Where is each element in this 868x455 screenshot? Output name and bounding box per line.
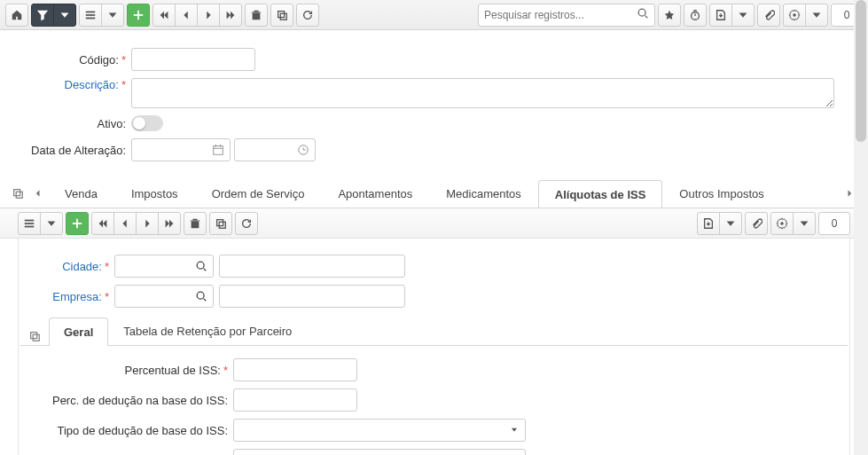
timer-button[interactable]: [684, 4, 707, 27]
sub-refresh-button[interactable]: [235, 212, 258, 235]
copy-tab-button[interactable]: [9, 184, 27, 202]
tab-aliquotas-iss[interactable]: Alíquotas de ISS: [538, 180, 663, 208]
detail-form: Percentual de ISS:* Perc. de dedução na …: [20, 346, 848, 455]
scrollbar-thumb[interactable]: [856, 0, 866, 142]
main-tabbar: Venda Impostos Ordem de Serviço Apontame…: [0, 179, 868, 208]
svg-line-39: [204, 299, 207, 302]
sub-export-button[interactable]: [697, 212, 720, 235]
sub-prev-page-button[interactable]: [113, 212, 137, 235]
delete-button[interactable]: [245, 4, 268, 27]
settings-button[interactable]: [783, 4, 806, 27]
svg-point-35: [780, 222, 784, 225]
descricao-input[interactable]: [131, 78, 834, 108]
svg-rect-30: [192, 221, 199, 228]
first-page-button[interactable]: [152, 4, 176, 27]
filter-dropdown-button[interactable]: [53, 4, 76, 27]
export-dropdown[interactable]: [731, 4, 755, 27]
main-form: Código:* Descrição:* Ativo: Data de Alte…: [0, 30, 868, 174]
cidade-desc[interactable]: [219, 255, 405, 278]
svg-point-38: [197, 292, 204, 299]
duplicate-button[interactable]: [270, 4, 293, 27]
search-box[interactable]: [478, 4, 655, 27]
perc-deducao-input[interactable]: [233, 388, 357, 412]
svg-point-15: [793, 13, 796, 17]
attachment-button[interactable]: [757, 4, 780, 27]
sub-add-button[interactable]: [66, 212, 89, 235]
sub-first-page-button[interactable]: [91, 212, 114, 235]
sub-list-view-dropdown[interactable]: [40, 212, 63, 235]
svg-rect-23: [14, 190, 20, 196]
empresa-desc[interactable]: [219, 285, 405, 308]
vertical-scrollbar[interactable]: [854, 0, 868, 455]
tab-outros-impostos[interactable]: Outros Impostos: [662, 179, 780, 208]
next-page-button[interactable]: [197, 4, 220, 27]
prev-page-button[interactable]: [175, 4, 198, 27]
svg-line-37: [204, 269, 207, 271]
inner-tab-geral[interactable]: Geral: [49, 318, 108, 346]
perc-deducao-label: Perc. de dedução na base do ISS:: [29, 394, 233, 407]
sub-attachment-button[interactable]: [745, 212, 768, 235]
svg-rect-8: [278, 11, 285, 17]
favorite-button[interactable]: [658, 4, 681, 27]
svg-rect-29: [73, 223, 82, 224]
add-button[interactable]: [127, 4, 150, 27]
svg-rect-16: [214, 146, 223, 155]
search-icon: [195, 290, 207, 302]
tab-scroll-left[interactable]: [28, 179, 48, 208]
svg-rect-1: [86, 14, 96, 16]
calendar-icon: [212, 144, 224, 156]
empresa-label: Empresa:*: [20, 290, 114, 303]
svg-rect-2: [86, 17, 96, 19]
svg-rect-6: [254, 10, 258, 12]
settings-dropdown[interactable]: [805, 4, 828, 27]
sub-content: Cidade:* Empresa:* Geral Tabela de Reten…: [18, 239, 850, 455]
sub-settings-button[interactable]: [770, 212, 794, 235]
tipo-deducao-select[interactable]: [233, 419, 526, 442]
cidade-lookup[interactable]: [114, 255, 214, 278]
data-alteracao-date[interactable]: [131, 138, 231, 161]
search-input[interactable]: [484, 9, 637, 21]
inner-tab-tabela-retencao[interactable]: Tabela de Retenção por Parceiro: [108, 317, 307, 345]
sub-toolbar: 0: [0, 208, 868, 239]
top-toolbar: 0: [0, 0, 868, 30]
data-alteracao-time[interactable]: [234, 138, 316, 161]
svg-rect-26: [25, 223, 35, 224]
svg-rect-32: [191, 220, 200, 221]
sub-settings-dropdown[interactable]: [793, 212, 816, 235]
home-button[interactable]: [5, 4, 28, 27]
tab-impostos[interactable]: Impostos: [114, 179, 195, 208]
ativo-label: Ativo:: [21, 117, 131, 130]
tipo-deducao-label: Tipo de dedução de base do ISS:: [29, 424, 233, 437]
sub-duplicate-button[interactable]: [209, 212, 232, 235]
tab-venda[interactable]: Venda: [48, 179, 114, 208]
svg-rect-34: [219, 222, 225, 228]
cod-trib-input[interactable]: [233, 449, 526, 455]
svg-rect-27: [25, 225, 35, 227]
sub-delete-button[interactable]: [184, 212, 207, 235]
perc-iss-input[interactable]: [233, 358, 357, 381]
sub-list-view-button[interactable]: [18, 212, 41, 235]
refresh-button[interactable]: [296, 4, 319, 27]
search-icon: [195, 260, 207, 272]
svg-rect-40: [31, 333, 37, 339]
sub-next-page-button[interactable]: [136, 212, 159, 235]
filter-button[interactable]: [31, 4, 54, 27]
inner-copy-button[interactable]: [26, 327, 43, 345]
empresa-lookup[interactable]: [114, 285, 214, 308]
tab-apontamentos[interactable]: Apontamentos: [321, 179, 429, 208]
last-page-button[interactable]: [219, 4, 242, 27]
list-view-dropdown[interactable]: [101, 4, 124, 27]
export-button[interactable]: [709, 4, 732, 27]
svg-point-36: [197, 262, 204, 269]
ativo-toggle[interactable]: [131, 115, 163, 131]
tab-medicamentos[interactable]: Medicamentos: [429, 179, 538, 208]
svg-rect-4: [134, 14, 144, 16]
inner-tabbar: Geral Tabela de Retenção por Parceiro: [20, 317, 848, 346]
data-alteracao-label: Data de Alteração:: [21, 144, 131, 157]
tab-ordem-servico[interactable]: Ordem de Serviço: [195, 179, 322, 208]
sub-export-dropdown[interactable]: [719, 212, 742, 235]
codigo-input[interactable]: [131, 48, 255, 71]
svg-rect-33: [217, 219, 223, 225]
sub-last-page-button[interactable]: [158, 212, 181, 235]
list-view-button[interactable]: [79, 4, 102, 27]
